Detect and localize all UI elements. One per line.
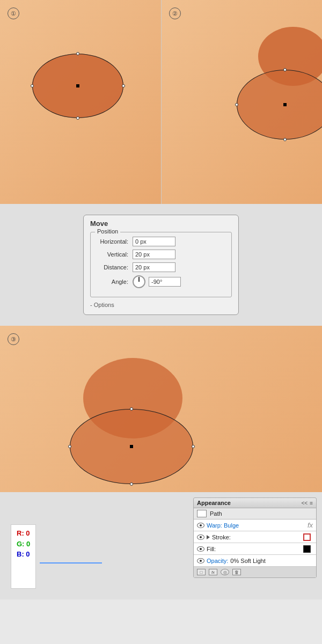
vertical-label: Vertical:	[96, 251, 133, 258]
ellipse-1-container	[0, 0, 161, 204]
ap-footer: □ fx ◎ 🗑	[194, 567, 316, 577]
rgb-r-label: R: 0	[17, 528, 30, 539]
vertical-input[interactable]	[133, 250, 175, 259]
position-fieldset: Position Horizontal: Vertical: Distance:…	[90, 232, 232, 297]
cp-top	[130, 407, 133, 411]
panel-3: ③	[0, 326, 322, 492]
horizontal-input[interactable]	[133, 237, 175, 246]
ap-opacity-label[interactable]: Opacity:	[207, 558, 228, 564]
vertical-row: Vertical:	[96, 250, 226, 259]
rgb-g-label: G: 0	[17, 539, 30, 550]
stroke-expand-arrow[interactable]	[207, 535, 210, 539]
path-thumbnail	[197, 510, 207, 517]
cp-right	[192, 445, 195, 448]
distance-row: Distance:	[96, 262, 226, 272]
angle-row: Angle:	[96, 275, 226, 288]
ap-fill-row[interactable]: Fill:	[194, 543, 316, 555]
dialog-title: Move	[90, 219, 232, 228]
warp-visibility-eye[interactable]	[197, 523, 204, 528]
ellipse-1-outline	[32, 54, 123, 118]
options-label: - Options	[90, 302, 232, 308]
stroke-color-swatch[interactable]	[303, 533, 311, 541]
angle-input[interactable]	[149, 277, 181, 287]
ap-stroke-label: Stroke:	[212, 534, 303, 540]
fill-visibility-eye[interactable]	[197, 546, 204, 552]
opacity-visibility-eye[interactable]	[197, 558, 204, 564]
cp-bottom	[130, 482, 133, 486]
rgb-b-label: B: 0	[17, 549, 30, 560]
ap-header: Appearance << ≡	[194, 498, 316, 508]
top-panels: ① ②	[0, 0, 322, 204]
ap-opacity-row[interactable]: Opacity: 0% Soft Light	[194, 555, 316, 567]
ap-warp-row[interactable]: Warp: Bulge fx	[194, 519, 316, 531]
panel-2: ②	[162, 0, 323, 204]
angle-dial[interactable]	[133, 275, 145, 288]
ap-header-controls: << ≡	[301, 500, 313, 506]
cp-center	[283, 103, 287, 106]
ap-path-row[interactable]: Path	[194, 508, 316, 519]
footer-square-icon[interactable]: □	[197, 569, 206, 575]
dialog-area: Move Position Horizontal: Vertical: Dist…	[0, 204, 322, 326]
ap-menu-icon[interactable]: ≡	[310, 500, 313, 506]
cp-left	[235, 103, 238, 106]
connector-line	[40, 562, 102, 564]
horizontal-row: Horizontal:	[96, 237, 226, 246]
ap-fill-label: Fill:	[207, 546, 303, 552]
angle-label: Angle:	[96, 279, 133, 285]
ap-path-label: Path	[210, 510, 313, 517]
step-3-number: ③	[8, 333, 19, 345]
distance-input[interactable]	[133, 262, 175, 272]
ap-stroke-row[interactable]: Stroke:	[194, 531, 316, 543]
ap-warp-label[interactable]: Warp: Bulge	[207, 522, 239, 529]
cp-bottom	[283, 138, 287, 141]
ap-warp-fx: fx	[308, 521, 313, 529]
ap-double-arrow[interactable]: <<	[301, 500, 308, 506]
distance-label: Distance:	[96, 264, 133, 270]
position-legend: Position	[95, 228, 120, 235]
step-2-number: ②	[169, 8, 181, 19]
cp-right	[122, 84, 125, 87]
ellipse-2-bottom-outline	[237, 70, 323, 140]
ap-panel-title: Appearance	[197, 500, 231, 506]
fill-color-swatch[interactable]	[303, 545, 311, 553]
footer-fx-icon[interactable]: fx	[209, 569, 217, 575]
panel-1: ①	[0, 0, 162, 204]
cp-top	[76, 52, 79, 55]
horizontal-label: Horizontal:	[96, 238, 133, 245]
cp-center	[130, 445, 133, 448]
stroke-visibility-eye[interactable]	[197, 535, 204, 540]
appearance-section: R: 0 G: 0 B: 0 Appearance << ≡ Path Warp…	[0, 492, 322, 599]
move-dialog: Move Position Horizontal: Vertical: Dist…	[83, 215, 239, 315]
cp-left	[68, 445, 71, 448]
cp-left	[31, 84, 34, 87]
ap-opacity-value: 0% Soft Light	[230, 558, 313, 564]
footer-trash-icon[interactable]: 🗑	[232, 569, 241, 575]
cp-center	[76, 84, 79, 87]
footer-circle-icon[interactable]: ◎	[221, 569, 229, 575]
cp-bottom	[76, 116, 79, 120]
cp-top	[283, 68, 287, 71]
appearance-panel: Appearance << ≡ Path Warp: Bulge fx Stro…	[193, 497, 317, 578]
rgb-box: R: 0 G: 0 B: 0	[11, 524, 36, 589]
p3-ellipse-bottom-outline	[70, 409, 193, 484]
